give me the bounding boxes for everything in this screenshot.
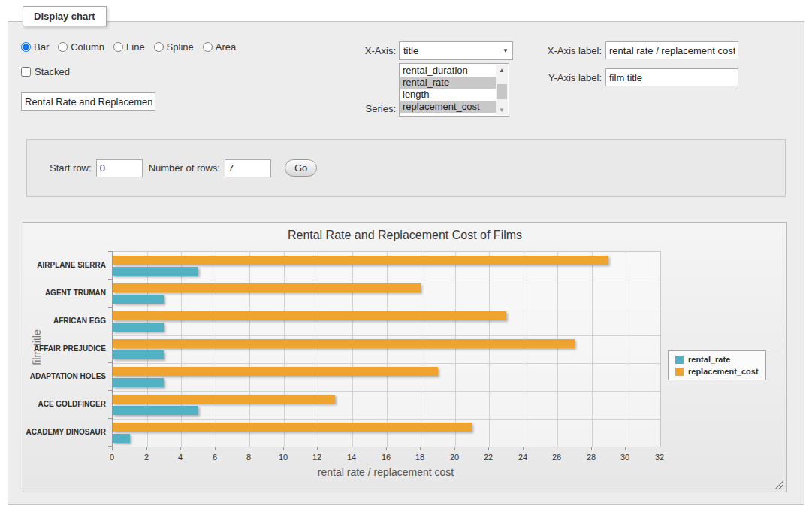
bar-replacement_cost <box>113 339 575 348</box>
start-row-label: Start row: <box>50 162 92 174</box>
y-tick <box>108 307 112 308</box>
x-tick <box>660 447 660 450</box>
x-tick-label: 28 <box>580 453 602 462</box>
chart-type-radio-spline[interactable] <box>154 42 164 52</box>
x-tick-label: 0 <box>101 453 123 462</box>
x-tick-label: 8 <box>237 453 260 462</box>
fieldset-legend: Display chart <box>23 6 107 26</box>
bar-replacement_cost <box>113 283 421 292</box>
num-rows-input[interactable] <box>225 159 271 177</box>
legend-item-rental_rate[interactable]: rental_rate <box>675 355 759 364</box>
row-range-panel: Start row: Number of rows: Go <box>26 139 786 197</box>
bar-replacement_cost <box>113 256 608 265</box>
legend-label: replacement_cost <box>688 367 759 376</box>
gridline <box>489 252 490 447</box>
y-tick <box>108 418 112 419</box>
x-tick <box>215 447 216 450</box>
scroll-down-icon[interactable]: ▼ <box>496 105 508 115</box>
category-label: ACE GOLDFINGER <box>23 390 106 418</box>
series-option-replacement_cost[interactable]: replacement_cost <box>400 101 496 113</box>
gridline <box>113 419 660 420</box>
bar-rental_rate <box>113 350 164 359</box>
x-tick <box>420 447 421 450</box>
chart-panel: Rental Rate and Replacement Cost of Film… <box>23 222 787 492</box>
series-listbox-label: Series: <box>334 103 396 114</box>
y-axis-label-label: Y-Axis label: <box>530 72 602 83</box>
gridline <box>455 252 456 447</box>
series-option-length[interactable]: length <box>400 89 496 101</box>
chart-type-radio-label: Area <box>216 41 236 53</box>
bar-replacement_cost <box>113 423 472 432</box>
x-tick-label: 16 <box>375 453 397 462</box>
legend-item-replacement_cost[interactable]: replacement_cost <box>675 367 759 376</box>
chart-type-option-area[interactable]: Area <box>203 41 236 53</box>
stacked-checkbox-row[interactable]: Stacked <box>21 66 70 77</box>
bar-rental_rate <box>113 406 198 415</box>
category-label: AIRPLANE SIERRA <box>23 251 106 279</box>
y-axis-label-input[interactable] <box>605 68 738 86</box>
gridline <box>181 252 182 447</box>
resize-handle-icon[interactable] <box>775 480 783 489</box>
x-tick <box>180 447 181 450</box>
x-tick <box>625 447 626 450</box>
chart-type-radio-area[interactable] <box>203 42 213 52</box>
chart-type-radio-line[interactable] <box>113 42 123 52</box>
chart-type-option-column[interactable]: Column <box>58 41 104 53</box>
chart-type-radio-bar[interactable] <box>21 42 31 52</box>
x-tick <box>591 447 592 450</box>
x-axis-label-label: X-Axis label: <box>530 45 602 56</box>
listbox-scrollbar[interactable]: ▲ ▼ <box>496 65 508 115</box>
x-axis-label-input[interactable] <box>605 41 738 59</box>
chart-title-input[interactable] <box>21 92 155 111</box>
scrollbar-thumb[interactable] <box>497 84 507 99</box>
start-row-input[interactable] <box>96 159 143 177</box>
x-axis-select[interactable]: title ▼ <box>399 41 513 60</box>
num-rows-label: Number of rows: <box>149 162 220 174</box>
x-tick <box>386 447 387 450</box>
stacked-checkbox[interactable] <box>21 67 31 77</box>
chart-type-radio-column[interactable] <box>58 42 68 52</box>
gridline <box>352 252 353 447</box>
x-tick-label: 10 <box>272 453 294 462</box>
gridline <box>249 252 250 447</box>
chart-x-axis-title: rental rate / replacement cost <box>112 466 660 478</box>
scroll-up-icon[interactable]: ▲ <box>496 65 508 75</box>
x-tick <box>523 447 524 450</box>
chart-type-option-line[interactable]: Line <box>113 41 145 53</box>
chart-type-radio-group: BarColumnLineSplineArea <box>21 41 236 53</box>
category-label: AFRICAN EGG <box>23 307 106 335</box>
stacked-label: Stacked <box>35 66 70 77</box>
bar-rental_rate <box>113 323 164 332</box>
gridline <box>557 252 558 447</box>
x-tick-label: 18 <box>409 453 431 462</box>
chart-type-option-spline[interactable]: Spline <box>154 41 194 53</box>
gridline <box>147 252 148 447</box>
x-tick-label: 14 <box>340 453 363 462</box>
plot-area <box>112 251 661 447</box>
gridline <box>318 252 318 447</box>
gridline <box>524 252 524 447</box>
go-button[interactable]: Go <box>285 159 317 177</box>
x-tick-label: 6 <box>204 453 226 462</box>
y-tick <box>108 362 112 363</box>
chart-legend: rental_ratereplacement_cost <box>668 350 766 380</box>
bar-rental_rate <box>113 378 164 387</box>
x-tick-label: 20 <box>443 453 466 462</box>
chart-type-option-bar[interactable]: Bar <box>21 41 49 53</box>
gridline <box>387 252 388 447</box>
gridline <box>216 252 216 447</box>
gridline <box>592 252 593 447</box>
x-tick <box>112 447 113 450</box>
legend-label: rental_rate <box>688 355 730 364</box>
x-tick <box>146 447 147 450</box>
series-option-rental_rate[interactable]: rental_rate <box>400 77 496 89</box>
x-tick <box>283 447 284 450</box>
gridline <box>113 335 660 336</box>
series-listbox[interactable]: rental_durationrental_ratelengthreplacem… <box>399 63 509 117</box>
gridline <box>421 252 421 447</box>
gridline <box>284 252 285 447</box>
series-option-rental_duration[interactable]: rental_duration <box>400 65 496 77</box>
x-tick-label: 12 <box>306 453 328 462</box>
x-tick-label: 22 <box>477 453 500 462</box>
gridline <box>626 252 626 447</box>
